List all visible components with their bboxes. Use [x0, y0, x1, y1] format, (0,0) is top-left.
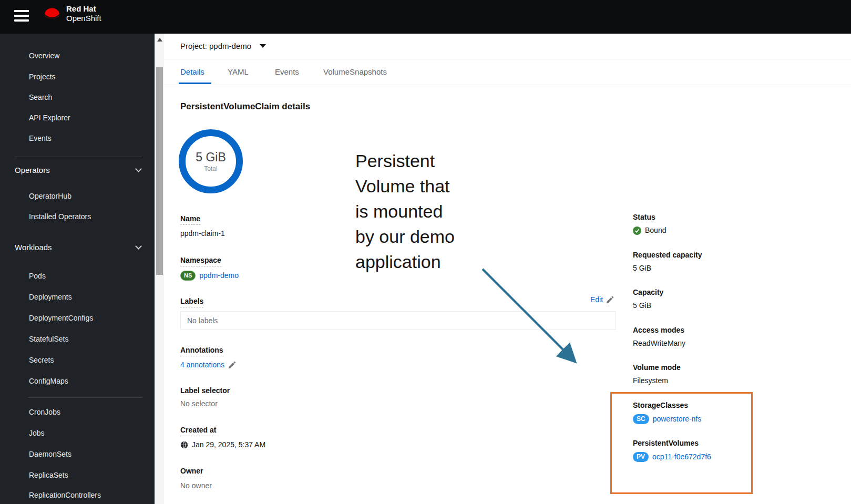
tab-events[interactable]: Events: [275, 67, 299, 76]
field-label: PersistentVolumes: [633, 439, 699, 447]
field-value: ppdm-claim-1: [180, 229, 225, 238]
redhat-openshift-logo[interactable]: Red Hat OpenShift: [42, 4, 101, 23]
sidebar-item-overview[interactable]: Overview: [29, 52, 59, 60]
field-label: Access modes: [633, 326, 684, 334]
field-storageclasses: StorageClasses SC powerstore-nfs: [633, 401, 701, 424]
annotation-line: Volume that: [355, 173, 455, 199]
sidebar-item-statefulsets[interactable]: StatefulSets: [29, 335, 69, 343]
field-created-at: Created at Jan 29, 2025, 5:37 AM: [180, 426, 265, 449]
caret-down-icon: [260, 44, 266, 48]
sidebar-item-jobs[interactable]: Jobs: [29, 429, 45, 437]
field-value: Jan 29, 2025, 5:37 AM: [192, 440, 265, 449]
field-label: Created at: [180, 426, 216, 436]
field-label: Labels: [180, 297, 203, 307]
tab-details[interactable]: Details: [180, 67, 204, 76]
field-value: 5 GiB: [633, 301, 663, 310]
vertical-scrollbar[interactable]: [155, 34, 164, 504]
sidebar-item-secrets[interactable]: Secrets: [29, 356, 54, 364]
pencil-icon[interactable]: [228, 361, 236, 369]
sidebar-section-label: Operators: [15, 166, 50, 174]
brand-line-1: Red Hat: [66, 4, 101, 14]
edit-label: Edit: [590, 295, 603, 304]
active-tab-indicator: [179, 83, 211, 84]
sidebar-section-operators[interactable]: Operators: [15, 166, 141, 174]
success-check-icon: [633, 227, 641, 235]
sidebar-item-replicationcontrollers[interactable]: ReplicationControllers: [29, 491, 101, 499]
chevron-down-icon: [135, 166, 142, 172]
sidebar-item-configmaps[interactable]: ConfigMaps: [29, 377, 68, 385]
storageclass-badge: SC: [633, 414, 649, 424]
sidebar-item-deploymentconfigs[interactable]: DeploymentConfigs: [29, 314, 93, 322]
field-owner: Owner No owner: [180, 467, 212, 490]
field-label-selector: Label selector No selector: [180, 386, 230, 408]
donut-value: 5 GiB: [196, 150, 226, 164]
sidebar-item-daemonsets[interactable]: DaemonSets: [29, 450, 71, 458]
annotation-note: Persistent Volume that is mounted by our…: [355, 148, 455, 274]
sidebar-item-installed-operators[interactable]: Installed Operators: [29, 212, 91, 221]
labels-input[interactable]: No labels: [180, 311, 616, 330]
storageclass-link[interactable]: powerstore-nfs: [653, 415, 702, 424]
field-value: No selector: [180, 399, 230, 408]
sidebar-divider: [28, 397, 142, 398]
divider: [164, 59, 851, 59]
sidebar-item-cronjobs[interactable]: CronJobs: [29, 408, 60, 416]
field-value: 5 GiB: [633, 264, 702, 273]
donut-caption: Total: [204, 165, 217, 172]
pencil-icon: [606, 296, 614, 304]
labels-placeholder: No labels: [187, 316, 218, 325]
field-value: No owner: [180, 481, 212, 490]
field-label: Annotations: [180, 346, 223, 356]
field-persistentvolumes: PersistentVolumes PV ocp11-f0e672d7f6: [633, 439, 711, 462]
sidebar-item-pods[interactable]: Pods: [29, 272, 46, 280]
annotation-line: Persistent: [355, 148, 455, 173]
sidebar-divider: [14, 157, 142, 157]
field-label: Volume mode: [633, 363, 681, 372]
persistentvolume-link[interactable]: ocp11-f0e672d7f6: [652, 452, 711, 461]
field-label: Name: [180, 214, 200, 225]
sidebar-item-replicasets[interactable]: ReplicaSets: [29, 471, 68, 479]
sidebar-item-events[interactable]: Events: [29, 134, 52, 142]
chevron-down-icon: [135, 243, 142, 250]
annotation-line: by our demo: [355, 224, 455, 249]
persistentvolume-badge: PV: [633, 452, 649, 462]
sidebar-item-deployments[interactable]: Deployments: [29, 293, 72, 301]
masthead: Red Hat OpenShift: [0, 0, 851, 34]
scrollbar-thumb[interactable]: [156, 67, 163, 275]
field-label: Owner: [180, 467, 203, 477]
namespace-badge: NS: [180, 271, 196, 281]
field-requested-capacity: Requested capacity 5 GiB: [633, 251, 702, 273]
sidebar-item-operatorhub[interactable]: OperatorHub: [29, 192, 71, 200]
field-label: StorageClasses: [633, 401, 688, 409]
namespace-link[interactable]: ppdm-demo: [199, 271, 239, 280]
sidebar-item-projects[interactable]: Projects: [29, 73, 56, 81]
field-value: Filesystem: [633, 376, 681, 385]
project-selector-label: Project: ppdm-demo: [180, 42, 251, 50]
status-value: Bound: [645, 226, 666, 235]
edit-labels-button[interactable]: Edit: [590, 295, 614, 304]
sidebar-section-workloads[interactable]: Workloads: [15, 243, 141, 252]
field-capacity: Capacity 5 GiB: [633, 288, 663, 310]
sidebar-section-label: Workloads: [15, 243, 52, 252]
project-selector[interactable]: Project: ppdm-demo: [180, 42, 266, 50]
field-label: Requested capacity: [633, 251, 702, 259]
field-label: Label selector: [180, 386, 230, 395]
field-label: Capacity: [633, 288, 663, 296]
field-access-modes: Access modes ReadWriteMany: [633, 326, 685, 348]
sidebar-item-api-explorer[interactable]: API Explorer: [29, 114, 70, 122]
globe-icon: [180, 441, 188, 449]
annotations-link[interactable]: 4 annotations: [180, 361, 224, 369]
scroll-up-arrow-icon[interactable]: [157, 38, 162, 42]
field-annotations: Annotations 4 annotations: [180, 346, 236, 369]
sidebar-item-search[interactable]: Search: [29, 93, 52, 101]
tab-yaml[interactable]: YAML: [228, 67, 249, 76]
openshift-console: Red Hat OpenShift Overview Projects Sear…: [0, 0, 851, 504]
hamburger-menu-icon[interactable]: [14, 10, 29, 24]
sidebar-nav: Overview Projects Search API Explorer Ev…: [0, 34, 155, 504]
field-labels: Labels: [180, 297, 203, 307]
annotation-line: is mounted: [355, 199, 455, 224]
field-value: ReadWriteMany: [633, 339, 685, 348]
divider: [164, 85, 851, 85]
field-status: Status Bound: [633, 213, 666, 235]
tab-volumesnapshots[interactable]: VolumeSnapshots: [323, 67, 387, 76]
annotation-line: application: [355, 249, 455, 274]
